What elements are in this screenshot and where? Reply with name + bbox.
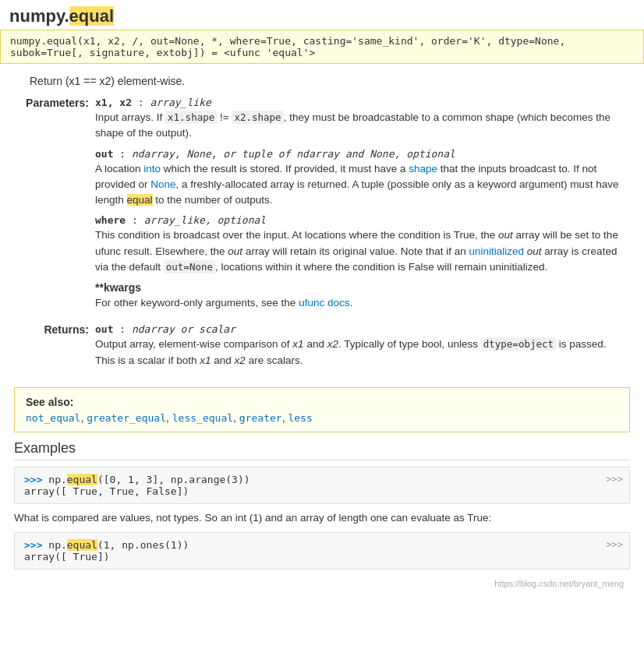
see-also-greater-equal[interactable]: greater_equal	[87, 412, 166, 424]
signature-text: numpy.equal(x1, x2, /, out=None, *, wher…	[10, 35, 565, 58]
code-output-1: array([ True, True, False])	[24, 485, 620, 497]
title-highlight: equal	[69, 6, 114, 26]
kwargs-label: **kwargs	[95, 281, 627, 294]
return-out-desc: Output array, element-wise comparison of…	[95, 337, 627, 369]
param-out-name: out	[95, 148, 113, 160]
parameters-label: Parameters:	[26, 97, 89, 109]
param-where-type: array_like, optional	[144, 214, 267, 226]
ufunc-docs-link[interactable]: ufunc docs	[299, 297, 349, 309]
see-also-title: See also:	[26, 396, 618, 408]
param-where-name: where	[95, 214, 126, 226]
return-out-name: out	[95, 323, 113, 335]
param-x1x2-desc: Input arrays. If x1.shape != x2.shape, t…	[95, 110, 627, 142]
param-kwargs: **kwargs For other keyword-only argument…	[95, 281, 627, 311]
watermark: https://blog.csdn.net/bryant_meng	[14, 576, 630, 591]
examples-title: Examples	[14, 440, 630, 460]
param-x1x2-type: array_like	[150, 97, 211, 108]
param-where: where : array_like, optional This condit…	[95, 214, 627, 275]
see-also-box: See also: not_equal, greater_equal, less…	[14, 387, 630, 432]
code-prompt-1: >>> np.equal([0, 1, 3], np.arange(3))	[24, 474, 620, 485]
param-where-desc: This condition is broadcast over the inp…	[95, 227, 627, 275]
param-x1x2-name: x1, x2	[95, 97, 132, 108]
chevron-right-1: >>>	[606, 474, 623, 485]
example-desc-1: What is compared are values, not types. …	[14, 510, 630, 526]
param-x1x2: x1, x2 : array_like Input arrays. If x1.…	[95, 97, 627, 142]
return-note: Return (x1 == x2) element-wise.	[30, 75, 630, 87]
param-out-type: ndarray, None, or tuple of ndarray and N…	[132, 148, 455, 160]
returns-label: Returns:	[44, 323, 89, 336]
code-output-2: array([ True])	[24, 551, 620, 563]
see-also-less-equal[interactable]: less_equal	[172, 412, 233, 424]
code-block-2: >>> np.equal(1, np.ones(1)) array([ True…	[14, 532, 630, 570]
see-also-greater[interactable]: greater	[239, 412, 282, 424]
kwargs-desc: For other keyword-only arguments, see th…	[95, 295, 627, 311]
see-also-links: not_equal, greater_equal, less_equal, gr…	[26, 411, 618, 424]
return-out-type: ndarray or scalar	[132, 323, 235, 335]
param-out-desc: A location into which the result is stor…	[95, 161, 627, 209]
code-prompt-2: >>> np.equal(1, np.ones(1))	[24, 539, 620, 551]
code-block-1: >>> np.equal([0, 1, 3], np.arange(3)) ar…	[14, 467, 630, 504]
chevron-right-2: >>>	[606, 539, 623, 550]
numpy-prefix: numpy.	[9, 6, 69, 26]
param-out: out : ndarray, None, or tuple of ndarray…	[95, 148, 627, 209]
return-out: out : ndarray or scalar Output array, el…	[95, 323, 627, 369]
page-title: numpy.equal	[0, 0, 644, 30]
see-also-not-equal[interactable]: not_equal	[26, 412, 80, 424]
see-also-less[interactable]: less	[288, 412, 312, 424]
signature-block: numpy.equal(x1, x2, /, out=None, *, wher…	[0, 30, 644, 64]
